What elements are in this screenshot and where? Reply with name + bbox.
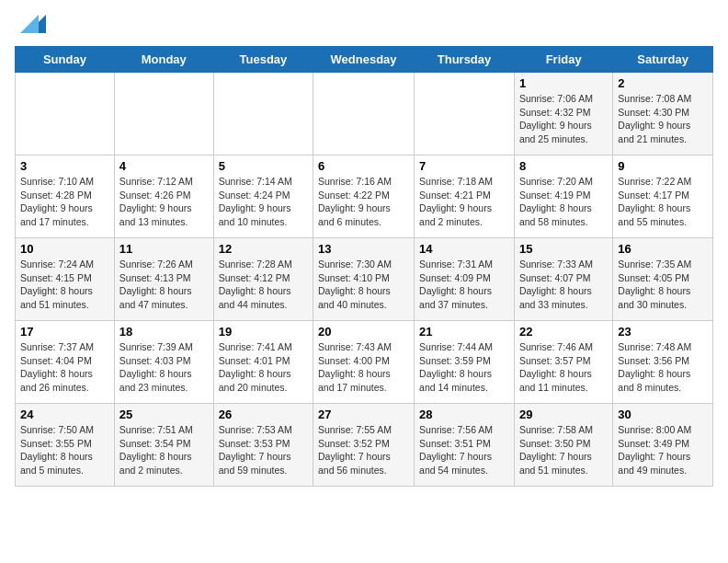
day-number: 2: [618, 76, 708, 90]
day-number: 18: [119, 325, 209, 339]
day-number: 15: [519, 242, 608, 256]
calendar-cell: 11Sunrise: 7:26 AM Sunset: 4:13 PM Dayli…: [114, 238, 213, 321]
day-info: Sunrise: 7:26 AM Sunset: 4:13 PM Dayligh…: [119, 258, 209, 312]
day-number: 13: [318, 242, 409, 256]
logo-icon: [20, 11, 46, 37]
day-number: 20: [318, 325, 409, 339]
calendar-cell: 5Sunrise: 7:14 AM Sunset: 4:24 PM Daylig…: [213, 155, 313, 238]
day-number: 8: [519, 159, 608, 173]
day-number: 5: [219, 159, 308, 173]
day-number: 24: [20, 408, 109, 421]
day-info: Sunrise: 7:46 AM Sunset: 3:57 PM Dayligh…: [519, 340, 608, 395]
day-info: Sunrise: 7:44 AM Sunset: 3:59 PM Dayligh…: [419, 340, 509, 395]
header-day-thursday: Thursday: [415, 47, 515, 73]
day-info: Sunrise: 7:56 AM Sunset: 3:51 PM Dayligh…: [419, 423, 509, 477]
day-number: 1: [519, 76, 608, 90]
day-info: Sunrise: 7:14 AM Sunset: 4:24 PM Dayligh…: [219, 175, 308, 229]
day-number: 6: [318, 159, 409, 173]
day-number: 19: [219, 325, 308, 339]
calendar-cell: 1Sunrise: 7:06 AM Sunset: 4:32 PM Daylig…: [514, 73, 612, 155]
day-number: 29: [519, 408, 608, 421]
calendar-cell: [415, 73, 515, 155]
calendar-cell: [16, 73, 115, 155]
header-day-sunday: Sunday: [16, 47, 115, 73]
calendar-cell: 21Sunrise: 7:44 AM Sunset: 3:59 PM Dayli…: [415, 321, 515, 404]
calendar-cell: 12Sunrise: 7:28 AM Sunset: 4:12 PM Dayli…: [213, 238, 313, 321]
header: [15, 15, 713, 37]
calendar-cell: 6Sunrise: 7:16 AM Sunset: 4:22 PM Daylig…: [313, 155, 415, 238]
day-number: 27: [318, 408, 409, 421]
day-info: Sunrise: 7:12 AM Sunset: 4:26 PM Dayligh…: [119, 175, 209, 229]
day-number: 22: [519, 325, 608, 339]
calendar-week-row: 17Sunrise: 7:37 AM Sunset: 4:04 PM Dayli…: [16, 321, 713, 404]
calendar-cell: 17Sunrise: 7:37 AM Sunset: 4:04 PM Dayli…: [16, 321, 115, 404]
calendar-cell: 13Sunrise: 7:30 AM Sunset: 4:10 PM Dayli…: [313, 238, 415, 321]
day-number: 25: [119, 408, 209, 421]
calendar-cell: 14Sunrise: 7:31 AM Sunset: 4:09 PM Dayli…: [415, 238, 515, 321]
day-info: Sunrise: 7:16 AM Sunset: 4:22 PM Dayligh…: [318, 175, 409, 229]
calendar-cell: 28Sunrise: 7:56 AM Sunset: 3:51 PM Dayli…: [415, 404, 515, 487]
day-info: Sunrise: 7:51 AM Sunset: 3:54 PM Dayligh…: [119, 423, 209, 477]
svg-marker-1: [20, 15, 39, 33]
calendar-cell: 4Sunrise: 7:12 AM Sunset: 4:26 PM Daylig…: [114, 155, 213, 238]
calendar-week-row: 24Sunrise: 7:50 AM Sunset: 3:55 PM Dayli…: [16, 404, 713, 487]
day-number: 11: [119, 242, 209, 256]
day-info: Sunrise: 7:22 AM Sunset: 4:17 PM Dayligh…: [618, 175, 708, 229]
day-info: Sunrise: 7:55 AM Sunset: 3:52 PM Dayligh…: [318, 423, 409, 477]
calendar-cell: 9Sunrise: 7:22 AM Sunset: 4:17 PM Daylig…: [613, 155, 713, 238]
calendar-cell: 20Sunrise: 7:43 AM Sunset: 4:00 PM Dayli…: [313, 321, 415, 404]
logo: [15, 15, 46, 37]
calendar-cell: 22Sunrise: 7:46 AM Sunset: 3:57 PM Dayli…: [514, 321, 612, 404]
calendar-table: SundayMondayTuesdayWednesdayThursdayFrid…: [15, 46, 713, 487]
day-info: Sunrise: 7:35 AM Sunset: 4:05 PM Dayligh…: [618, 258, 708, 312]
day-number: 17: [20, 325, 109, 339]
day-info: Sunrise: 7:06 AM Sunset: 4:32 PM Dayligh…: [519, 92, 608, 146]
day-info: Sunrise: 7:48 AM Sunset: 3:56 PM Dayligh…: [618, 340, 708, 395]
day-info: Sunrise: 7:24 AM Sunset: 4:15 PM Dayligh…: [20, 258, 109, 312]
header-day-saturday: Saturday: [613, 47, 713, 73]
day-info: Sunrise: 7:31 AM Sunset: 4:09 PM Dayligh…: [419, 258, 509, 312]
day-info: Sunrise: 7:28 AM Sunset: 4:12 PM Dayligh…: [219, 258, 308, 312]
calendar-cell: 18Sunrise: 7:39 AM Sunset: 4:03 PM Dayli…: [114, 321, 213, 404]
day-info: Sunrise: 7:41 AM Sunset: 4:01 PM Dayligh…: [219, 340, 308, 395]
day-info: Sunrise: 7:30 AM Sunset: 4:10 PM Dayligh…: [318, 258, 409, 312]
day-number: 16: [618, 242, 708, 256]
day-info: Sunrise: 7:50 AM Sunset: 3:55 PM Dayligh…: [20, 423, 109, 477]
header-day-tuesday: Tuesday: [213, 47, 313, 73]
day-number: 9: [618, 159, 708, 173]
header-day-wednesday: Wednesday: [313, 47, 415, 73]
day-info: Sunrise: 7:43 AM Sunset: 4:00 PM Dayligh…: [318, 340, 409, 395]
day-number: 7: [419, 159, 509, 173]
calendar-cell: 26Sunrise: 7:53 AM Sunset: 3:53 PM Dayli…: [213, 404, 313, 487]
calendar-cell: 15Sunrise: 7:33 AM Sunset: 4:07 PM Dayli…: [514, 238, 612, 321]
day-number: 28: [419, 408, 509, 421]
day-number: 14: [419, 242, 509, 256]
calendar-cell: 25Sunrise: 7:51 AM Sunset: 3:54 PM Dayli…: [114, 404, 213, 487]
calendar-cell: 10Sunrise: 7:24 AM Sunset: 4:15 PM Dayli…: [16, 238, 115, 321]
calendar-cell: 2Sunrise: 7:08 AM Sunset: 4:30 PM Daylig…: [613, 73, 713, 155]
calendar-cell: [313, 73, 415, 155]
day-info: Sunrise: 7:53 AM Sunset: 3:53 PM Dayligh…: [219, 423, 308, 477]
calendar-cell: 23Sunrise: 7:48 AM Sunset: 3:56 PM Dayli…: [613, 321, 713, 404]
day-number: 30: [618, 408, 708, 421]
calendar-cell: 24Sunrise: 7:50 AM Sunset: 3:55 PM Dayli…: [16, 404, 115, 487]
calendar-cell: 19Sunrise: 7:41 AM Sunset: 4:01 PM Dayli…: [213, 321, 313, 404]
calendar-cell: [114, 73, 213, 155]
day-number: 10: [20, 242, 109, 256]
calendar-cell: 8Sunrise: 7:20 AM Sunset: 4:19 PM Daylig…: [514, 155, 612, 238]
calendar-cell: 29Sunrise: 7:58 AM Sunset: 3:50 PM Dayli…: [514, 404, 612, 487]
day-number: 12: [219, 242, 308, 256]
day-info: Sunrise: 7:39 AM Sunset: 4:03 PM Dayligh…: [119, 340, 209, 395]
day-info: Sunrise: 7:20 AM Sunset: 4:19 PM Dayligh…: [519, 175, 608, 229]
day-number: 21: [419, 325, 509, 339]
calendar-cell: 30Sunrise: 8:00 AM Sunset: 3:49 PM Dayli…: [613, 404, 713, 487]
calendar-cell: 7Sunrise: 7:18 AM Sunset: 4:21 PM Daylig…: [415, 155, 515, 238]
day-info: Sunrise: 8:00 AM Sunset: 3:49 PM Dayligh…: [618, 423, 708, 477]
calendar-week-row: 10Sunrise: 7:24 AM Sunset: 4:15 PM Dayli…: [16, 238, 713, 321]
day-number: 23: [618, 325, 708, 339]
day-info: Sunrise: 7:33 AM Sunset: 4:07 PM Dayligh…: [519, 258, 608, 312]
day-info: Sunrise: 7:18 AM Sunset: 4:21 PM Dayligh…: [419, 175, 509, 229]
calendar-week-row: 1Sunrise: 7:06 AM Sunset: 4:32 PM Daylig…: [16, 73, 713, 155]
header-day-monday: Monday: [114, 47, 213, 73]
calendar-week-row: 3Sunrise: 7:10 AM Sunset: 4:28 PM Daylig…: [16, 155, 713, 238]
